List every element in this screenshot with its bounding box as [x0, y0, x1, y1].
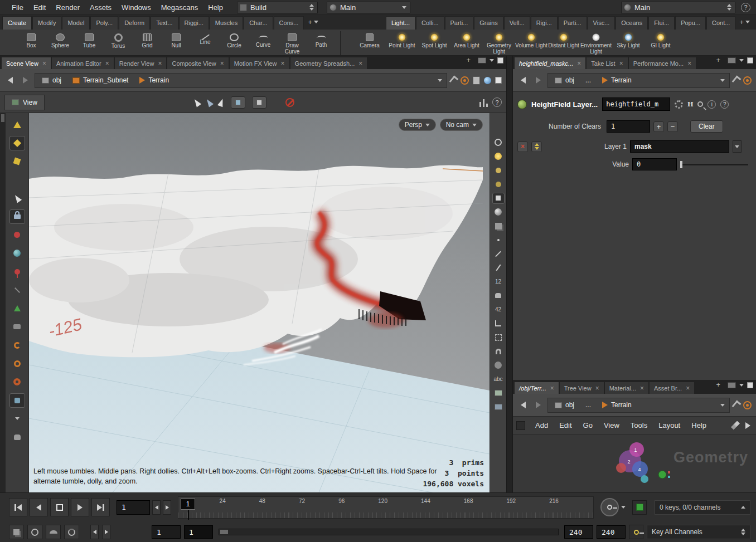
breadcrumb-ellipsis[interactable]: ... — [580, 74, 597, 87]
scene-spinner[interactable] — [401, 6, 408, 9]
lasso-select-icon[interactable] — [217, 97, 225, 107]
back-button[interactable] — [517, 75, 529, 86]
maximize-pane-icon[interactable] — [747, 382, 753, 388]
shelf-tool[interactable]: Area Light — [450, 31, 483, 55]
set-key-button[interactable] — [600, 498, 619, 516]
menubar-item[interactable]: Windows — [117, 1, 156, 14]
viewer-help-icon[interactable] — [492, 97, 502, 107]
breadcrumb[interactable]: obj ... Terrain — [547, 73, 730, 88]
pane-tab[interactable]: heightfield_maskc... — [515, 57, 585, 69]
search-icon[interactable] — [697, 101, 703, 107]
playback-start-field[interactable]: 1 — [184, 525, 213, 539]
select-mode-icon[interactable] — [192, 97, 201, 107]
flatten-tool-icon[interactable] — [6, 152, 29, 170]
shelf-tab[interactable]: Popu... — [675, 16, 706, 30]
shelf-tab[interactable]: Modify — [32, 16, 61, 30]
shelf-tab[interactable]: Flui... — [648, 16, 675, 30]
global-end-field[interactable]: 240 — [597, 525, 626, 539]
pane-tab[interactable]: Motion FX View — [230, 57, 289, 69]
dashed-box-icon[interactable] — [490, 330, 507, 344]
close-tab-icon[interactable] — [595, 385, 599, 392]
shelf-tab[interactable]: Riggi... — [179, 16, 209, 30]
breadcrumb-terrain[interactable]: Terrain — [134, 74, 175, 87]
forward-button[interactable] — [532, 399, 544, 411]
help-icon[interactable] — [741, 3, 750, 12]
new-pane-tab-button[interactable] — [712, 378, 724, 392]
network-canvas[interactable]: 1 2 4 Geometry — [513, 434, 756, 492]
shelf-tab[interactable]: Colli... — [416, 16, 444, 30]
layers-icon[interactable] — [490, 219, 507, 233]
tools-wrench-icon[interactable] — [731, 421, 740, 430]
pane-tab[interactable]: Scene View — [2, 57, 51, 69]
copy-frame-icon[interactable] — [9, 525, 24, 539]
breadcrumb-terrain[interactable]: Terrain — [597, 399, 637, 412]
viewport-canvas[interactable]: -125 Persp No cam Left mouse tumbles. Mi… — [29, 113, 490, 492]
shelf-tool[interactable]: Circle — [220, 31, 249, 55]
global-start-field[interactable]: 1 — [152, 525, 181, 539]
shelf-tool[interactable]: Draw Curve — [278, 31, 307, 55]
menubar-item[interactable]: File — [7, 1, 28, 14]
hand-display-icon[interactable] — [490, 289, 507, 302]
range-slider-handle[interactable] — [220, 530, 228, 534]
shelf-tool[interactable]: Volume Light — [515, 31, 547, 55]
shadows-icon[interactable] — [490, 191, 507, 205]
close-tab-icon[interactable] — [619, 60, 623, 67]
display-options-icon[interactable] — [479, 98, 488, 107]
viewport[interactable]: -125 Persp No cam Left mouse tumbles. Mi… — [0, 113, 506, 492]
close-tab-icon[interactable] — [158, 60, 162, 67]
layer-name-field[interactable]: mask — [630, 140, 729, 153]
close-tab-icon[interactable] — [220, 60, 224, 67]
shelf-tab[interactable]: Model — [62, 16, 90, 30]
next-key-button[interactable] — [163, 500, 171, 515]
shelf-tab[interactable]: Light... — [386, 16, 415, 30]
shelf-tool[interactable]: Torus — [104, 31, 133, 55]
snap-magnet-icon[interactable] — [490, 344, 507, 358]
shelf-tool[interactable]: Box — [17, 31, 46, 55]
close-tab-icon[interactable] — [577, 60, 581, 67]
shelf-tool[interactable]: Sky Light — [612, 31, 644, 55]
pane-tab[interactable]: Geometry Spreadsh... — [290, 57, 367, 69]
add-shelf-tab-button[interactable] — [304, 16, 322, 30]
network-menu-item[interactable]: Tools — [625, 419, 653, 432]
link-selector-icon[interactable] — [461, 76, 469, 85]
pane-menu-icon[interactable] — [490, 59, 494, 62]
ruler-icon[interactable] — [490, 316, 507, 330]
pane-tab[interactable]: Composite View — [167, 57, 228, 69]
pane-layout-icon[interactable] — [728, 382, 736, 388]
desktop-spinner[interactable] — [308, 4, 315, 11]
export-channels-icon[interactable] — [46, 525, 61, 539]
realtime-toggle-icon[interactable] — [64, 525, 79, 539]
shelf-tool[interactable]: Curve — [249, 31, 278, 55]
range-prev-button[interactable] — [90, 525, 99, 539]
disc-icon[interactable] — [490, 358, 507, 372]
menubar-item[interactable]: Edit — [28, 1, 51, 14]
value-slider[interactable] — [680, 164, 748, 165]
point-numbers-icon[interactable]: 12 — [490, 275, 507, 289]
high-quality-lighting-icon[interactable] — [490, 177, 507, 191]
camera-menu[interactable]: No cam — [440, 119, 483, 131]
link-selector-icon[interactable] — [743, 401, 752, 409]
jump-to-end-button[interactable] — [91, 498, 110, 516]
close-tab-icon[interactable] — [687, 60, 691, 67]
path-dropdown-icon[interactable] — [720, 79, 725, 82]
pose-tool-icon[interactable] — [6, 226, 29, 244]
view-tool-active-icon[interactable] — [252, 96, 266, 109]
forward-button[interactable] — [532, 75, 544, 86]
close-tab-icon[interactable] — [686, 385, 690, 392]
pane-divider[interactable] — [506, 56, 513, 492]
playback-range-slider[interactable] — [219, 529, 559, 535]
overflow-arrow-icon[interactable] — [745, 422, 750, 429]
current-frame-field[interactable]: 1 — [117, 500, 150, 515]
shelf-tab[interactable]: Char... — [244, 16, 273, 30]
state-tool-icon[interactable] — [6, 391, 29, 409]
breadcrumb-subnet[interactable]: Terrain_Subnet — [67, 74, 134, 87]
foliage-tool-icon[interactable] — [6, 299, 29, 318]
pane-menu-icon[interactable] — [739, 59, 744, 62]
shelf-tab[interactable]: Oceans — [616, 16, 648, 30]
normal-lighting-icon[interactable] — [490, 163, 507, 177]
shelf-tool[interactable]: Path — [307, 31, 336, 55]
select-tool-icon[interactable] — [6, 189, 29, 207]
timeline-ruler[interactable]: 124487296120144168192216 1 — [178, 496, 594, 519]
pane-layout-icon[interactable] — [728, 57, 736, 64]
shelf-tool[interactable]: Distant Light — [547, 31, 580, 55]
